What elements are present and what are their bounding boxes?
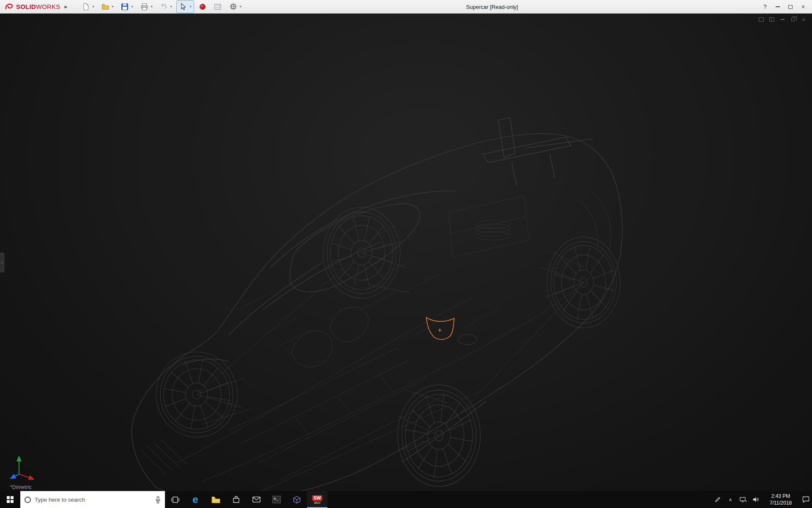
ds-logo-icon [4,3,14,11]
close-button[interactable]: × [797,1,809,12]
print-button[interactable] [139,2,149,12]
maximize-button[interactable] [784,1,797,12]
open-folder-icon [102,3,110,11]
appearance-button[interactable] [198,2,208,12]
design-table-button[interactable] [213,2,223,12]
taskbar-clock[interactable]: 2:43 PM 7/11/2018 [762,491,799,508]
new-document-button[interactable] [81,2,91,12]
open-caret[interactable]: ▾ [110,5,115,8]
tray-expand-button[interactable]: ∧ [724,491,737,508]
network-icon [740,497,746,502]
select-cursor-icon [180,3,187,11]
select-caret[interactable]: ▾ [188,5,192,8]
save-icon [121,3,129,11]
print-icon [140,3,148,11]
minimize-icon [776,6,780,7]
car-wireframe [0,14,812,491]
edge-button[interactable]: e [185,491,206,508]
new-document-caret[interactable]: ▾ [91,5,95,8]
action-center-button[interactable] [799,491,812,508]
select-group: ▾ [176,0,194,13]
undo-caret[interactable]: ▾ [169,5,173,8]
save-button[interactable] [120,2,130,12]
save-group: ▾ [118,0,136,13]
appearance-group [196,0,209,13]
3d-viewer-icon [293,496,301,504]
logo-text: SOLIDWORKS [16,3,60,10]
undo-group: ▾ [157,0,175,13]
print-group: ▾ [137,0,155,13]
pen-button[interactable] [711,491,724,508]
design-table-group [211,0,225,13]
clock-time: 2:43 PM [771,493,790,500]
document-restore-icon [791,18,795,21]
document-restore-button[interactable] [790,17,796,22]
print-caret[interactable]: ▾ [149,5,154,8]
network-button[interactable] [737,491,749,508]
pane-glyph [759,17,764,22]
options-caret[interactable]: ▾ [238,5,242,8]
new-document-group: ▾ [79,0,97,13]
store-button[interactable] [226,491,246,508]
help-button[interactable]: ? [759,1,771,12]
pane-split-icon[interactable] [768,17,775,22]
file-explorer-button[interactable] [206,491,226,508]
solidworks-icon: SW 2017 [312,495,322,504]
new-document-icon [82,3,90,11]
window-controls: ? × [759,0,809,14]
chevron-up-icon: ∧ [729,497,732,502]
rear-wing [483,118,593,186]
view-orientation-label: *Dimetric [10,484,32,490]
speaker-icon [752,497,759,502]
pen-icon [715,497,721,502]
gear-icon [229,3,237,11]
chassis-rails [178,253,592,491]
document-close-button[interactable]: × [800,17,807,22]
start-icon [7,496,14,503]
main-toolbar: ▾ ▾ ▾ [79,0,244,13]
engine-detail [448,191,611,257]
task-view-button[interactable] [165,491,185,508]
open-group: ▾ [99,0,116,13]
panel-collapse-tab[interactable]: ‹ [0,253,4,272]
window-title: Supercar [Read-only] [466,3,518,10]
taskbar: e >_ [0,491,812,508]
file-explorer-icon [211,496,220,503]
volume-button[interactable] [749,491,762,508]
mail-button[interactable] [246,491,266,508]
document-minimize-button[interactable] [779,17,786,22]
minimize-button[interactable] [771,1,784,12]
edge-icon: e [192,494,198,505]
clock-date: 7/11/2018 [770,500,792,506]
design-table-icon [214,3,222,11]
start-button[interactable] [0,491,20,508]
3d-viewport[interactable]: × ‹ *Dimetric [0,14,812,491]
undo-button[interactable] [159,2,169,12]
titlebar: SOLIDWORKS ▶ ▾ ▾ [0,0,812,14]
menu-flyout-button[interactable]: ▶ [65,5,68,9]
solidworks-taskbar-button[interactable]: SW 2017 [307,491,327,508]
options-button[interactable] [228,2,238,12]
document-minimize-icon [781,19,785,20]
3d-viewer-button[interactable] [287,491,307,508]
console-button[interactable]: >_ [266,491,287,508]
suspension [197,242,584,450]
pane-split-glyph [769,17,774,22]
microphone-icon[interactable] [155,496,161,503]
save-caret[interactable]: ▾ [130,5,134,8]
document-window-controls: × [758,17,807,22]
solidworks-logo: SOLIDWORKS [0,3,60,11]
pane-icon[interactable] [758,17,765,22]
action-center-icon [802,496,809,503]
mail-icon [252,497,261,502]
search-input[interactable] [35,497,151,503]
select-button[interactable] [178,2,188,12]
mesh-detail [237,209,520,348]
seats [292,307,368,367]
maximize-icon [788,5,793,9]
screen: SOLIDWORKS ▶ ▾ ▾ [0,0,812,508]
taskbar-search[interactable] [20,491,165,508]
open-button[interactable] [100,2,110,12]
front-grille [140,439,186,474]
console-icon: >_ [272,496,281,503]
